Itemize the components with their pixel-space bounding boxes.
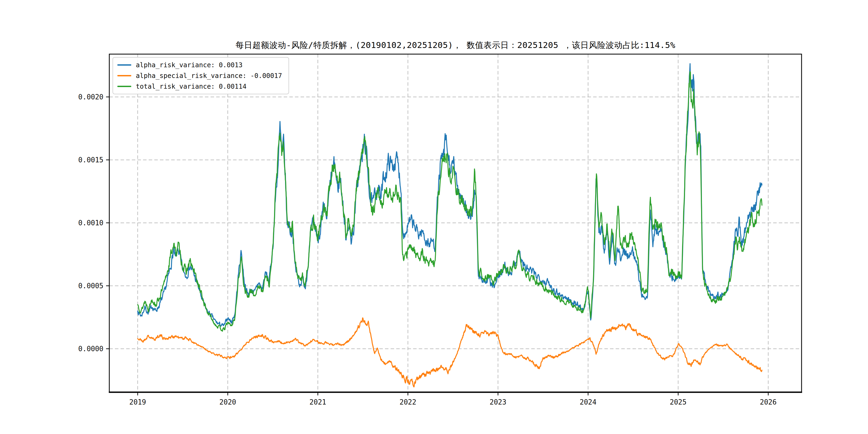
y-tick-label: 0.0015 [78,156,103,164]
legend-line-swatch [117,64,131,66]
x-tick-label: 2022 [399,398,416,406]
y-tick-label: 0.0020 [78,93,103,101]
x-tick-label: 2020 [219,398,236,406]
plot-area [109,54,802,392]
legend-item: alpha_risk_variance: 0.0013 [117,61,282,69]
x-tick-label: 2023 [490,398,506,406]
legend-label: alpha_risk_variance: 0.0013 [136,61,243,69]
legend-line-swatch [117,86,131,87]
legend-box: alpha_risk_variance: 0.0013alpha_special… [113,57,289,94]
x-tick-label: 2026 [760,398,777,406]
y-tick-label: 0.0000 [78,345,103,353]
legend-item: alpha_special_risk_variance: -0.00017 [117,72,282,80]
x-tick-label: 2019 [129,398,146,406]
x-tick-label: 2024 [580,398,597,406]
x-tick-label: 2021 [309,398,326,406]
risk-decomposition-figure: 每日超额波动-风险/特质拆解，(20190102,20251205)， 数值表示… [0,0,868,434]
legend-label: total_risk_variance: 0.00114 [136,83,246,90]
y-tick-label: 0.0005 [78,282,103,290]
x-tick-label: 2025 [670,398,687,406]
y-tick-label: 0.0010 [78,219,103,227]
legend-line-swatch [117,75,131,76]
legend-item: total_risk_variance: 0.00114 [117,83,282,90]
legend-label: alpha_special_risk_variance: -0.00017 [136,72,282,80]
